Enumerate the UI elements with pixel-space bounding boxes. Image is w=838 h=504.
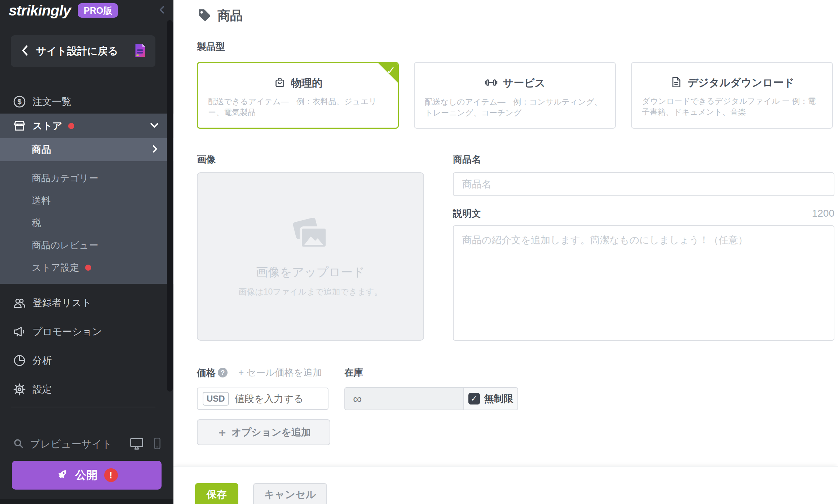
sidebar-item-label: 設定 bbox=[32, 383, 52, 396]
card-description: ダウンロードできるデジタルファイル ー 例：電子書籍、ドキュメント、音楽 bbox=[642, 96, 822, 118]
add-option-button[interactable]: ＋ オプションを追加 bbox=[197, 419, 330, 445]
gear-icon bbox=[13, 383, 26, 396]
sidebar-item-label: ストア bbox=[32, 119, 62, 132]
product-name-label: 商品名 bbox=[453, 153, 834, 165]
stock-label: 在庫 bbox=[344, 366, 834, 379]
sidebar-item-shipping[interactable]: 送料 bbox=[0, 189, 173, 212]
back-button-label: サイト設計に戻る bbox=[36, 44, 134, 58]
product-type-card-service[interactable]: サービス 配送なしのアイテム— 例：コンサルティング、トレーニング、コーチング bbox=[414, 62, 616, 129]
sidebar-item-label: 送料 bbox=[32, 194, 50, 207]
product-type-card-digital[interactable]: デジタルダウンロード ダウンロードできるデジタルファイル ー 例：電子書籍、ドキ… bbox=[631, 62, 833, 129]
upload-title: 画像をアップロード bbox=[256, 264, 365, 280]
users-icon bbox=[13, 296, 26, 310]
megaphone-icon bbox=[13, 325, 26, 339]
store-section: ストア 商品 商品カテゴリー 送料 税 bbox=[0, 114, 173, 284]
pie-chart-icon bbox=[13, 354, 26, 367]
plus-icon: ＋ bbox=[216, 426, 228, 438]
sidebar-item-promotions[interactable]: プロモーション bbox=[0, 317, 173, 346]
sidebar-item-store[interactable]: ストア bbox=[0, 114, 173, 138]
store-icon bbox=[13, 119, 26, 133]
add-sale-price-link[interactable]: + セール価格を追加 bbox=[238, 366, 322, 379]
unlimited-checkbox[interactable]: ✓ bbox=[468, 393, 480, 404]
main-panel: 商品 製品型 物理的 配送できるアイテム— 例：衣料品、ジュエリー、電気製品 bbox=[173, 0, 838, 504]
sidebar-item-product-reviews[interactable]: 商品のレビュー bbox=[0, 234, 173, 256]
sidebar: strikingly PRO版 サイト設計に戻る bbox=[0, 0, 173, 504]
product-name-input[interactable] bbox=[453, 172, 834, 196]
sidebar-item-tax[interactable]: 税 bbox=[0, 212, 173, 234]
sidebar-nav: $ 注文一覧 ストア 商品 bbox=[0, 89, 173, 404]
sidebar-item-label: 商品 bbox=[32, 143, 51, 156]
chevron-right-icon bbox=[150, 144, 160, 155]
product-type-label: 製品型 bbox=[197, 40, 834, 53]
price-input[interactable] bbox=[235, 393, 323, 404]
search-icon bbox=[13, 438, 24, 451]
description-label: 説明文 bbox=[453, 207, 481, 220]
publish-alert-badge: ! bbox=[104, 468, 118, 482]
sidebar-scrollbar[interactable] bbox=[167, 20, 173, 392]
sidebar-item-orders[interactable]: $ 注文一覧 bbox=[0, 89, 173, 114]
store-submenu: 商品カテゴリー 送料 税 商品のレビュー ストア設定 bbox=[0, 161, 173, 284]
sidebar-item-products[interactable]: 商品 bbox=[0, 138, 173, 161]
sidebar-collapse-button[interactable] bbox=[156, 4, 168, 17]
price-label: 価格 bbox=[197, 367, 216, 379]
preview-site-label: プレビューサイト bbox=[30, 437, 129, 451]
unlimited-label: 無制限 bbox=[484, 392, 513, 405]
card-title: 物理的 bbox=[291, 76, 322, 90]
image-stack-icon bbox=[289, 216, 332, 255]
currency-badge: USD bbox=[203, 392, 229, 406]
upload-hint: 画像は10ファイルまで追加できます。 bbox=[238, 286, 383, 297]
chevron-left-icon bbox=[158, 5, 167, 16]
strikingly-logo: strikingly bbox=[9, 3, 71, 18]
image-upload-dropzone[interactable]: 画像をアップロード 画像は10ファイルまで追加できます。 bbox=[197, 172, 424, 341]
add-option-label: オプションを追加 bbox=[231, 426, 311, 439]
char-counter: 1200 bbox=[812, 207, 834, 220]
help-icon[interactable]: ? bbox=[218, 368, 228, 377]
dumbbell-icon bbox=[484, 76, 498, 91]
sidebar-item-store-settings[interactable]: ストア設定 bbox=[0, 256, 173, 279]
mobile-phone-icon[interactable] bbox=[154, 437, 161, 451]
sidebar-item-label: 分析 bbox=[32, 354, 52, 367]
site-document-icon bbox=[134, 43, 147, 59]
sidebar-item-label: ストア設定 bbox=[32, 261, 79, 274]
card-description: 配送なしのアイテム— 例：コンサルティング、トレーニング、コーチング bbox=[425, 97, 605, 118]
preview-site-row[interactable]: プレビューサイト bbox=[0, 436, 173, 453]
form-footer: 保存 キャンセル bbox=[173, 466, 838, 504]
sidebar-item-product-categories[interactable]: 商品カテゴリー bbox=[0, 167, 173, 189]
image-label: 画像 bbox=[197, 153, 424, 165]
sidebar-item-settings[interactable]: 設定 bbox=[0, 375, 173, 404]
sidebar-item-analytics[interactable]: 分析 bbox=[0, 346, 173, 375]
product-type-section: 製品型 物理的 配送できるアイテム— 例：衣料品、ジュエリー、電気製品 ✓ bbox=[197, 40, 834, 129]
publish-label: 公開 bbox=[75, 468, 98, 483]
alert-dot bbox=[68, 123, 74, 129]
dollar-circle-icon: $ bbox=[13, 95, 26, 109]
sidebar-item-label: 注文一覧 bbox=[32, 95, 71, 108]
sidebar-header: strikingly PRO版 bbox=[0, 0, 173, 21]
product-type-card-physical[interactable]: 物理的 配送できるアイテム— 例：衣料品、ジュエリー、電気製品 ✓ bbox=[197, 62, 399, 129]
save-button[interactable]: 保存 bbox=[195, 483, 238, 504]
chevron-left-icon bbox=[21, 45, 29, 58]
card-title: デジタルダウンロード bbox=[687, 76, 794, 90]
card-description: 配送できるアイテム— 例：衣料品、ジュエリー、電気製品 bbox=[208, 96, 388, 118]
svg-text:$: $ bbox=[17, 97, 22, 106]
alert-dot bbox=[85, 265, 91, 271]
card-title: サービス bbox=[503, 76, 545, 90]
pro-badge: PRO版 bbox=[78, 3, 118, 18]
price-input-group: USD bbox=[197, 388, 328, 410]
back-to-site-editor-button[interactable]: サイト設計に戻る bbox=[11, 35, 155, 67]
document-icon bbox=[670, 76, 683, 90]
sidebar-item-label: 商品カテゴリー bbox=[32, 172, 98, 185]
chevron-down-icon bbox=[149, 120, 160, 132]
cancel-button[interactable]: キャンセル bbox=[253, 483, 327, 504]
sidebar-item-label: プロモーション bbox=[32, 325, 102, 338]
description-textarea[interactable] bbox=[453, 225, 834, 341]
tag-icon bbox=[197, 8, 211, 23]
stock-value-field[interactable]: ∞ bbox=[344, 387, 463, 410]
desktop-monitor-icon[interactable] bbox=[129, 437, 144, 452]
sidebar-item-subscribers[interactable]: 登録者リスト bbox=[0, 288, 173, 317]
shopping-bag-icon bbox=[273, 76, 286, 90]
sidebar-item-label: 登録者リスト bbox=[32, 296, 92, 309]
publish-button[interactable]: 公開 ! bbox=[12, 461, 162, 490]
stock-input-group: ∞ ✓ 無制限 bbox=[344, 387, 518, 410]
check-icon: ✓ bbox=[387, 64, 396, 77]
rocket-icon bbox=[56, 468, 69, 482]
